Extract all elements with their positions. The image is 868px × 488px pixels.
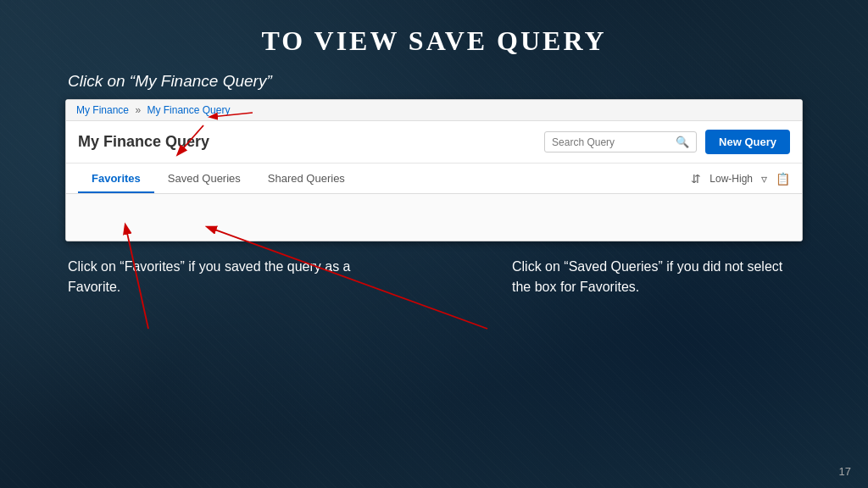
header-right: 🔍 New Query (544, 130, 790, 154)
new-query-button[interactable]: New Query (705, 130, 790, 154)
tab-saved-queries[interactable]: Saved Queries (154, 164, 254, 193)
tabs-left: Favorites Saved Queries Shared Queries (78, 164, 359, 193)
instructions-bottom: Click on “Favorites” if you saved the qu… (42, 257, 826, 297)
page-number: 17 (839, 465, 851, 478)
tabs-row: Favorites Saved Queries Shared Queries ⇵… (66, 164, 802, 194)
instruction-top: Click on “My Finance Query” (68, 72, 826, 91)
app-title: My Finance Query (78, 133, 209, 151)
content-area (66, 194, 802, 241)
search-input[interactable] (552, 136, 676, 148)
slide-title: TO VIEW SAVE QUERY (42, 25, 826, 57)
search-box[interactable]: 🔍 (544, 131, 697, 152)
search-icon: 🔍 (676, 136, 689, 148)
sort-icon: ⇵ (691, 172, 701, 186)
breadcrumb-my-finance[interactable]: My Finance (76, 104, 129, 116)
breadcrumb-separator: » (135, 104, 141, 116)
sort-label: Low-High (709, 173, 753, 185)
app-header: My Finance Query 🔍 New Query (66, 121, 802, 164)
instruction-right: Click on “Saved Queries” if you did not … (512, 257, 800, 297)
breadcrumb-my-finance-query[interactable]: My Finance Query (147, 104, 230, 116)
tabs-right: ⇵ Low-High ▿ 📋 (691, 172, 790, 186)
breadcrumb: My Finance » My Finance Query (66, 100, 802, 121)
filter-icon: ▿ (761, 172, 767, 186)
tab-favorites[interactable]: Favorites (78, 164, 154, 193)
tab-shared-queries[interactable]: Shared Queries (254, 164, 359, 193)
slide: TO VIEW SAVE QUERY Click on “My Finance … (0, 0, 868, 488)
instruction-left: Click on “Favorites” if you saved the qu… (68, 257, 356, 297)
copy-icon: 📋 (776, 172, 790, 186)
screenshot-container: My Finance » My Finance Query My Finance… (65, 99, 803, 241)
